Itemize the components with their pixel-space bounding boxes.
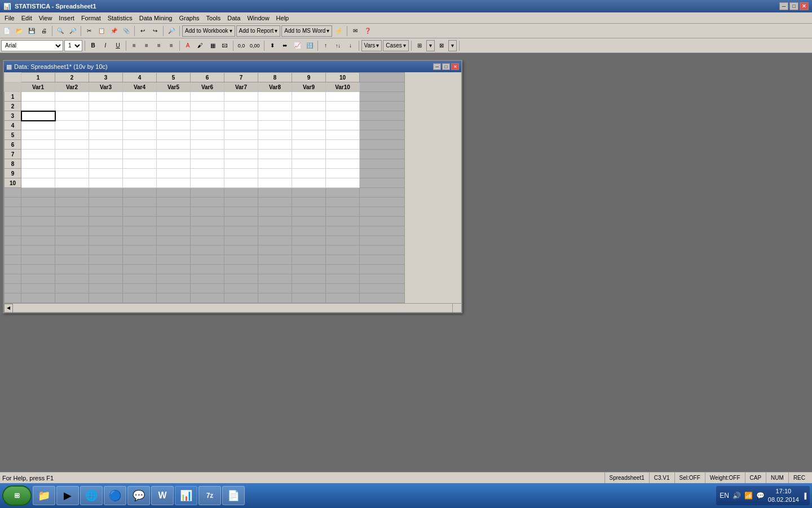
minimize-button[interactable]: ─: [779, 2, 788, 10]
cell-r8-c5[interactable]: [157, 159, 191, 169]
row-height-button[interactable]: ⬍: [267, 40, 278, 51]
cell-r10-c5[interactable]: [157, 178, 191, 188]
cell-r6-c9[interactable]: [292, 140, 326, 150]
cell-r8-c4[interactable]: [123, 159, 157, 169]
taskbar-7zip[interactable]: 7z: [198, 486, 221, 505]
cell-r1-c3[interactable]: [89, 92, 123, 102]
var-header-10[interactable]: Var10: [326, 82, 360, 92]
italic-button[interactable]: I: [100, 40, 111, 51]
start-button[interactable]: ⊞: [2, 485, 32, 506]
taskbar-pdf[interactable]: 📄: [222, 486, 245, 505]
cell-r2-c8[interactable]: [258, 102, 292, 111]
cell-r5-c4[interactable]: [123, 130, 157, 140]
underline-button[interactable]: U: [112, 40, 123, 51]
cell-r2-c3[interactable]: [89, 102, 123, 111]
col-header-5[interactable]: 5: [157, 73, 191, 82]
cell-r9-c9[interactable]: [292, 169, 326, 178]
cell-r3-c5[interactable]: [157, 111, 191, 121]
cell-r7-c5[interactable]: [157, 150, 191, 159]
cell-r6-c2[interactable]: [55, 140, 89, 150]
col-header-4[interactable]: 4: [123, 73, 157, 82]
redo-button[interactable]: ↪: [149, 25, 161, 37]
menu-format[interactable]: Format: [78, 14, 104, 22]
cell-r5-c8[interactable]: [258, 130, 292, 140]
row-header-7[interactable]: 7: [5, 150, 21, 159]
filter-btn2[interactable]: ⊠: [436, 40, 447, 51]
format-btn5[interactable]: 📈: [292, 40, 303, 51]
var-header-9[interactable]: Var9: [292, 82, 326, 92]
cell-r5-c5[interactable]: [157, 130, 191, 140]
row-header-3[interactable]: 3: [5, 111, 21, 121]
col-header-8[interactable]: 8: [258, 73, 292, 82]
paste-button[interactable]: 📌: [108, 25, 120, 37]
format-btn1[interactable]: ▦: [207, 40, 218, 51]
paste2-button[interactable]: 📎: [121, 25, 132, 37]
col-width-button[interactable]: ⬌: [279, 40, 290, 51]
cell-r9-c4[interactable]: [123, 169, 157, 178]
cell-r4-c10[interactable]: [326, 121, 360, 130]
toolbar-btn-extra1[interactable]: ⚡: [333, 25, 345, 37]
cell-r3-c10[interactable]: [326, 111, 360, 121]
cell-r2-c5[interactable]: [157, 102, 191, 111]
cell-r4-c8[interactable]: [258, 121, 292, 130]
cell-r4-c3[interactable]: [89, 121, 123, 130]
cell-r9-c7[interactable]: [224, 169, 258, 178]
cell-r10-c7[interactable]: [224, 178, 258, 188]
cell-r1-c8[interactable]: [258, 92, 292, 102]
col-header-10[interactable]: 10: [326, 73, 360, 82]
help-button[interactable]: ❓: [362, 25, 373, 37]
cell-r9-c3[interactable]: [89, 169, 123, 178]
cell-r9-c2[interactable]: [55, 169, 89, 178]
cell-r8-c9[interactable]: [292, 159, 326, 169]
cell-r1-c4[interactable]: [123, 92, 157, 102]
menu-graphs[interactable]: Graphs: [175, 14, 202, 22]
save-button[interactable]: 💾: [26, 25, 37, 37]
cell-r4-c2[interactable]: [55, 121, 89, 130]
taskbar-media[interactable]: ▶: [56, 486, 79, 505]
bold-button[interactable]: B: [87, 40, 99, 51]
clock[interactable]: 17:10 08.02.2014: [768, 487, 799, 505]
maximize-button[interactable]: □: [789, 2, 798, 10]
menu-statistics[interactable]: Statistics: [104, 14, 136, 22]
cell-r4-c7[interactable]: [224, 121, 258, 130]
add-report-button[interactable]: Add to Report ▾: [236, 25, 281, 37]
bg-color-button[interactable]: 🖌: [195, 40, 206, 51]
taskbar-ie[interactable]: 🌐: [80, 486, 103, 505]
var-header-2[interactable]: Var2: [55, 82, 89, 92]
email-button[interactable]: ✉: [350, 25, 361, 37]
ss-close-button[interactable]: ✕: [451, 63, 459, 70]
cell-r3-c8[interactable]: [258, 111, 292, 121]
menu-data[interactable]: Data: [224, 14, 244, 22]
var-header-8[interactable]: Var8: [258, 82, 292, 92]
print-button[interactable]: 🖨: [38, 25, 50, 37]
cell-r3-c3[interactable]: [89, 111, 123, 121]
cell-r8-c6[interactable]: [191, 159, 224, 169]
align-right-button[interactable]: ≡: [153, 40, 165, 51]
scroll-left-button[interactable]: ◀: [4, 304, 13, 313]
menu-tools[interactable]: Tools: [203, 14, 224, 22]
cell-r6-c10[interactable]: [326, 140, 360, 150]
cell-r7-c8[interactable]: [258, 150, 292, 159]
cell-r1-c10[interactable]: [326, 92, 360, 102]
cell-r7-c7[interactable]: [224, 150, 258, 159]
cell-r5-c2[interactable]: [55, 130, 89, 140]
cell-r4-c4[interactable]: [123, 121, 157, 130]
align-justify-button[interactable]: ≡: [166, 40, 177, 51]
cell-r9-c1[interactable]: [21, 169, 55, 178]
cell-r10-c4[interactable]: [123, 178, 157, 188]
col-header-9[interactable]: 9: [292, 73, 326, 82]
filter-dropdown[interactable]: ▾: [426, 40, 435, 51]
cell-r4-c9[interactable]: [292, 121, 326, 130]
taskbar-word[interactable]: W: [151, 486, 174, 505]
cell-r8-c3[interactable]: [89, 159, 123, 169]
cell-r5-c1[interactable]: [21, 130, 55, 140]
row-header-8[interactable]: 8: [5, 159, 21, 169]
cell-r1-c7[interactable]: [224, 92, 258, 102]
cell-r9-c8[interactable]: [258, 169, 292, 178]
open-button[interactable]: 📂: [14, 25, 25, 37]
cell-r8-c1[interactable]: [21, 159, 55, 169]
var-header-1[interactable]: Var1: [21, 82, 55, 92]
add-workbook-button[interactable]: Add to Workbook ▾: [182, 25, 235, 37]
menu-view[interactable]: View: [36, 14, 56, 22]
cell-r3-c1[interactable]: [21, 111, 55, 121]
